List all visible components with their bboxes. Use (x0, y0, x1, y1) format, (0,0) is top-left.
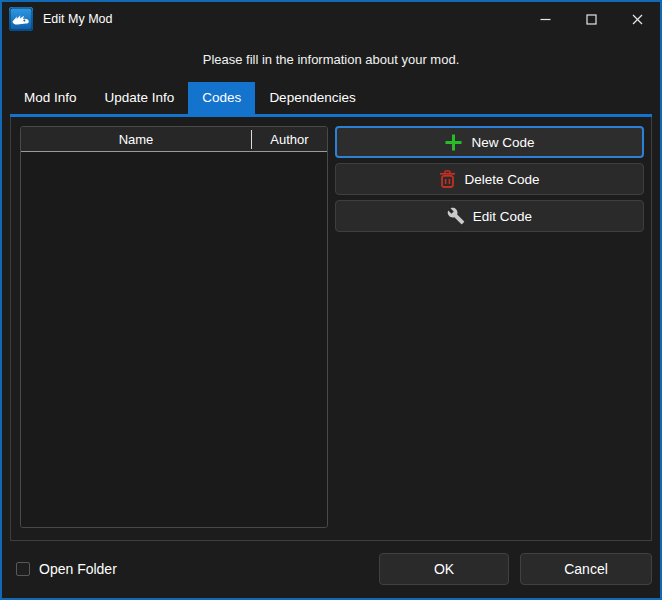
titlebar: Edit My Mod (2, 2, 660, 36)
delete-code-button[interactable]: Delete Code (335, 163, 644, 195)
window-controls (522, 2, 660, 36)
tab-dependencies[interactable]: Dependencies (255, 82, 369, 114)
minimize-button[interactable] (522, 2, 568, 36)
close-icon (632, 14, 643, 25)
edit-code-label: Edit Code (473, 209, 532, 224)
maximize-icon (586, 14, 597, 25)
open-folder-label[interactable]: Open Folder (39, 561, 117, 577)
edit-mod-window: Edit My Mod Please fill in the informati… (0, 0, 662, 600)
code-actions-panel: New Code Delete Code (335, 126, 644, 531)
delete-code-label: Delete Code (464, 172, 539, 187)
plus-icon (444, 133, 463, 152)
subtitle-row: Please fill in the information about you… (2, 36, 660, 82)
cancel-button[interactable]: Cancel (520, 553, 652, 585)
window-title: Edit My Mod (43, 12, 112, 26)
dialog-buttons: OK Cancel (379, 553, 652, 585)
footer-bar: Open Folder OK Cancel (2, 541, 660, 598)
codes-list-header: Name Author (21, 127, 327, 152)
close-button[interactable] (614, 2, 660, 36)
open-folder-checkbox[interactable] (16, 562, 30, 576)
codes-tab-panel: Name Author New Code (10, 117, 652, 541)
column-header-name[interactable]: Name (21, 132, 251, 147)
hedgehog-app-icon (9, 7, 33, 31)
new-code-button[interactable]: New Code (335, 126, 644, 158)
codes-list-body[interactable] (21, 152, 327, 527)
column-header-author[interactable]: Author (252, 132, 327, 147)
maximize-button[interactable] (568, 2, 614, 36)
tab-mod-info[interactable]: Mod Info (10, 82, 91, 114)
wrench-icon (447, 207, 465, 225)
codes-list: Name Author (20, 126, 328, 528)
minimize-icon (540, 14, 551, 25)
tab-update-info[interactable]: Update Info (91, 82, 189, 114)
tab-strip: Mod Info Update Info Codes Dependencies (10, 82, 652, 114)
ok-button[interactable]: OK (379, 553, 509, 585)
tab-codes[interactable]: Codes (188, 82, 255, 114)
new-code-label: New Code (471, 135, 534, 150)
edit-code-button[interactable]: Edit Code (335, 200, 644, 232)
mod-info-subtitle: Please fill in the information about you… (203, 52, 460, 67)
trash-icon (439, 170, 456, 188)
